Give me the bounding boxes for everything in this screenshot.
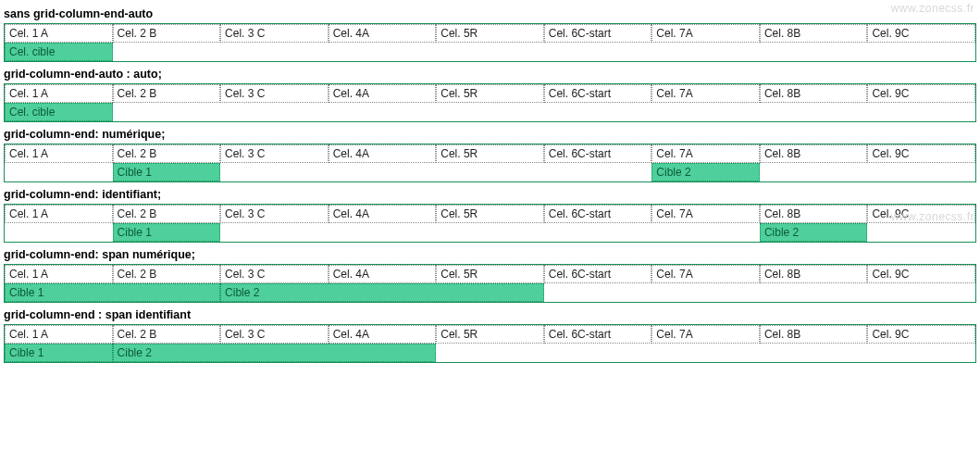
grid-cell: Cel. 3 C xyxy=(220,144,329,163)
grid: Cel. 1 ACel. 2 BCel. 3 CCel. 4ACel. 5RCe… xyxy=(5,24,975,61)
grid-cell: Cel. 7A xyxy=(651,24,760,43)
grid-cell: Cel. 5R xyxy=(436,325,544,344)
grid: Cel. 1 ACel. 2 BCel. 3 CCel. 4ACel. 5RCe… xyxy=(5,144,975,181)
grid-cell: Cel. 8B xyxy=(760,84,868,103)
grid-cell: Cel. 5R xyxy=(436,84,544,103)
section-title: grid-column-end : span identifiant xyxy=(4,308,976,321)
grid: Cel. 1 ACel. 2 BCel. 3 CCel. 4ACel. 5RCe… xyxy=(5,265,975,302)
target-cell: Cible 1 xyxy=(5,344,113,362)
target-cell: Cel. cible xyxy=(5,103,113,121)
grid-container: Cel. 1 ACel. 2 BCel. 3 CCel. 4ACel. 5RCe… xyxy=(4,144,976,182)
grid-cell: Cel. 8B xyxy=(760,325,868,344)
grid-cell: Cel. 7A xyxy=(651,325,760,344)
grid-cell: Cel. 3 C xyxy=(220,24,329,43)
section-title: grid-column-end: identifiant; xyxy=(4,188,976,201)
grid-cell: Cel. 8B xyxy=(760,265,868,283)
grid-cell: Cel. 2 B xyxy=(113,144,221,163)
grid-cell: Cel. 4A xyxy=(329,325,437,344)
target-cell: Cible 2 xyxy=(220,283,544,302)
target-cell: Cible 2 xyxy=(651,163,760,181)
grid-cell: Cel. 6C-start xyxy=(544,325,652,344)
target-cell: Cible 1 xyxy=(113,223,221,242)
grid-container: Cel. 1 ACel. 2 BCel. 3 CCel. 4ACel. 5RCe… xyxy=(4,204,976,243)
target-cell: Cible 2 xyxy=(760,223,868,242)
watermark-top: www.zonecss.fr xyxy=(891,2,974,15)
grid-cell: Cel. 9C xyxy=(867,144,975,163)
grid-cell: Cel. 1 A xyxy=(5,24,113,43)
grid-cell: Cel. 3 C xyxy=(220,325,329,344)
grid-cell: Cel. 1 A xyxy=(5,265,113,283)
grid-cell: Cel. 8B xyxy=(760,144,868,163)
grid-cell: Cel. 6C-start xyxy=(544,24,652,43)
grid-cell: Cel. 3 C xyxy=(220,265,329,283)
grid-cell: Cel. 6C-start xyxy=(544,205,652,223)
grid-cell: Cel. 7A xyxy=(651,265,760,283)
target-cell: Cible 2 xyxy=(113,344,437,362)
grid-cell: Cel. 4A xyxy=(329,265,437,283)
grid-cell: Cel. 4A xyxy=(329,84,437,103)
grid-cell: Cel. 2 B xyxy=(113,84,221,103)
grid: Cel. 1 ACel. 2 BCel. 3 CCel. 4ACel. 5RCe… xyxy=(5,205,975,242)
grid-cell: Cel. 7A xyxy=(651,144,760,163)
grid-cell: Cel. 6C-start xyxy=(544,144,652,163)
grid-cell: Cel. 1 A xyxy=(5,325,113,344)
section-title: grid-column-end-auto : auto; xyxy=(4,68,976,81)
grid: Cel. 1 ACel. 2 BCel. 3 CCel. 4ACel. 5RCe… xyxy=(5,325,975,362)
grid-cell: Cel. 8B xyxy=(760,24,868,43)
grid-cell: Cel. 6C-start xyxy=(544,84,652,103)
grid-cell: Cel. 9C xyxy=(867,325,975,344)
grid-cell: Cel. 5R xyxy=(436,205,544,223)
grid-cell: Cel. 9C xyxy=(867,84,975,103)
grid-cell: Cel. 2 B xyxy=(113,325,221,344)
grid-cell: Cel. 4A xyxy=(329,205,437,223)
grid-cell: Cel. 6C-start xyxy=(544,265,652,283)
grid-cell: Cel. 9C xyxy=(867,24,975,43)
grid: Cel. 1 ACel. 2 BCel. 3 CCel. 4ACel. 5RCe… xyxy=(5,84,975,121)
grid-cell: Cel. 7A xyxy=(651,84,760,103)
target-cell: Cible 1 xyxy=(5,283,220,302)
grid-cell: Cel. 2 B xyxy=(113,205,221,223)
target-cell: Cible 1 xyxy=(113,163,221,181)
grid-cell: Cel. 3 C xyxy=(220,205,329,223)
grid-cell: Cel. 5R xyxy=(436,144,544,163)
section-title: grid-column-end: span numérique; xyxy=(4,248,976,261)
grid-cell: Cel. 5R xyxy=(436,265,544,283)
target-cell: Cel. cible xyxy=(5,43,113,61)
grid-cell: Cel. 5R xyxy=(436,24,544,43)
grid-cell: Cel. 1 A xyxy=(5,205,113,223)
grid-cell: Cel. 9C xyxy=(867,265,975,283)
grid-cell: Cel. 8B xyxy=(760,205,868,223)
grid-cell: Cel. 3 C xyxy=(220,84,329,103)
grid-container: Cel. 1 ACel. 2 BCel. 3 CCel. 4ACel. 5RCe… xyxy=(4,324,976,363)
section-title: grid-column-end: numérique; xyxy=(4,128,976,141)
grid-cell: Cel. 4A xyxy=(329,144,437,163)
grid-cell: Cel. 2 B xyxy=(113,265,221,283)
grid-container: Cel. 1 ACel. 2 BCel. 3 CCel. 4ACel. 5RCe… xyxy=(4,23,976,62)
grid-cell: Cel. 4A xyxy=(329,24,437,43)
grid-cell: Cel. 2 B xyxy=(113,24,221,43)
watermark-mid: www.zonecss.fr xyxy=(891,210,974,223)
grid-cell: Cel. 1 A xyxy=(5,84,113,103)
section-title: sans grid-column-end-auto xyxy=(4,7,976,20)
grid-container: Cel. 1 ACel. 2 BCel. 3 CCel. 4ACel. 5RCe… xyxy=(4,264,976,303)
grid-cell: Cel. 7A xyxy=(651,205,760,223)
grid-cell: Cel. 1 A xyxy=(5,144,113,163)
grid-container: Cel. 1 ACel. 2 BCel. 3 CCel. 4ACel. 5RCe… xyxy=(4,83,976,122)
